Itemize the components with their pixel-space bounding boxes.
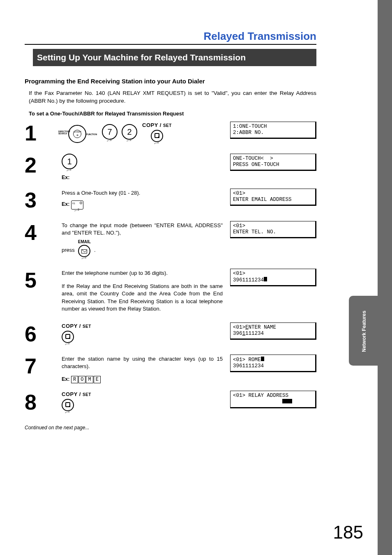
lcd-display: ONE-TOUCH< > PRESS ONE-TOUCH: [230, 154, 316, 171]
button-sequence: COPY / SET ⌐╜: [62, 391, 223, 415]
step-row: 1 DIRECTORYSEARCH START⊕ FUNCTION 7⌐╜ 2⌐…: [25, 122, 316, 146]
one-touch-key-01[interactable]: 01: [71, 200, 83, 210]
procedure-heading: To set a One-Touch/ABBR for Relayed Tran…: [29, 110, 316, 117]
press-icon: ⌐╜: [102, 138, 118, 144]
lcd-display: <01> 3961111234: [230, 269, 316, 286]
step-text: Enter the station name by using the char…: [62, 355, 223, 370]
section-tab-label: Network Features: [361, 300, 368, 362]
step-body: COPY / SET ⌐╜: [62, 391, 230, 415]
lcd-display: <01> RELAY ADDRESS: [230, 391, 316, 408]
char-key-E[interactable]: E: [94, 376, 101, 384]
page-content: Relayed Transmission Setting Up Your Mac…: [0, 0, 349, 448]
lcd-display: 1:ONE-TOUCH 2:ABBR NO.: [230, 122, 316, 139]
copy-set-label: COPY / SET: [62, 323, 91, 329]
function-label: FUNCTION: [86, 133, 97, 136]
button-sequence: COPY / SET ⌐╜: [62, 322, 223, 347]
step-body: Enter the station name by using the char…: [62, 355, 230, 383]
stop-icon: [65, 402, 70, 407]
side-border: [378, 0, 392, 555]
email-icon: [81, 249, 87, 253]
step-number: 6: [25, 322, 62, 345]
step-text: To change the input mode (between "ENTER…: [62, 222, 223, 237]
step-number: 2: [25, 154, 62, 176]
display-column: <01> ENTER EMAIL ADDRESS: [230, 189, 316, 207]
char-key-R[interactable]: R: [71, 376, 78, 384]
example-label: Ex:: [62, 174, 223, 182]
step-text: If the Relay and the End Receiving Stati…: [62, 283, 223, 313]
lcd-display: <01> ENTER EMAIL ADDRESS: [230, 189, 316, 206]
subsection-heading: Programming the End Receiving Station in…: [25, 77, 316, 85]
stop-icon: [65, 334, 70, 339]
section-heading-text: Setting Up Your Machine for Relayed Tran…: [33, 49, 316, 66]
step-body: 1⌐╜ Ex:: [62, 154, 230, 182]
page-title: Relayed Transmission: [25, 29, 316, 44]
intro-paragraph: If the Fax Parameter No. 140 (LAN RELAY …: [29, 90, 316, 105]
copy-set-label: COPY / SET: [62, 391, 91, 397]
step-number: 8: [25, 391, 62, 413]
display-column: <01> ENTER TEL. NO.: [230, 221, 316, 240]
start-button[interactable]: START⊕: [73, 130, 81, 138]
section-tab: Network Features: [349, 296, 378, 366]
display-column: <01> 3961111234: [230, 269, 316, 288]
step-body: COPY / SET ⌐╜: [62, 322, 230, 347]
lcd-display: <01> ENTER TEL. NO.: [230, 221, 316, 238]
example-label: Ex:: [62, 201, 69, 207]
section-heading: Setting Up Your Machine for Relayed Tran…: [25, 49, 316, 66]
press-icon: ⌐╜: [122, 138, 137, 144]
step-row: 8 COPY / SET ⌐╜ <01> RELAY ADDRESS: [25, 391, 316, 415]
press-icon: ⌐╜: [62, 341, 74, 347]
button-sequence: 1⌐╜: [62, 154, 223, 173]
step-number: 3: [25, 189, 62, 211]
step-number: 1: [25, 122, 62, 144]
step-number: 4: [25, 221, 62, 243]
step-row: 3 Press a One-Touch key (01 - 28).Ex: 01…: [25, 189, 316, 213]
step-body: Enter the telephone number (up to 36 dig…: [62, 269, 230, 315]
step-text: Press a One-Touch key (01 - 28).: [62, 189, 223, 197]
step-number: 7: [25, 355, 62, 377]
title-rule: [25, 44, 316, 45]
steps-list: 1 DIRECTORYSEARCH START⊕ FUNCTION 7⌐╜ 2⌐…: [25, 122, 316, 416]
step-row: 7 Enter the station name by using the ch…: [25, 355, 316, 383]
lcd-display: <01>ENTER NAME 3961111234: [230, 322, 316, 340]
display-column: <01> ROME 3961111234: [230, 355, 316, 374]
step-body: DIRECTORYSEARCH START⊕ FUNCTION 7⌐╜ 2⌐╜ …: [62, 122, 230, 146]
page-number: 185: [333, 520, 363, 545]
email-label: EMAIL: [78, 239, 91, 245]
display-column: <01>ENTER NAME 3961111234: [230, 322, 316, 341]
step-row: 2 1⌐╜ Ex: ONE-TOUCH< > PRESS ONE-TOUCH: [25, 154, 316, 182]
lcd-display: <01> ROME 3961111234: [230, 355, 316, 372]
step-row: 5 Enter the telephone number (up to 36 d…: [25, 269, 316, 315]
step-row: 6 COPY / SET ⌐╜ <01>ENTER NAME 396111123…: [25, 322, 316, 347]
step-row: 4 To change the input mode (between "ENT…: [25, 221, 316, 261]
step-body: To change the input mode (between "ENTER…: [62, 221, 230, 261]
press-icon: ⌐╜: [62, 168, 77, 173]
continued-note: Continued on the next page...: [25, 424, 316, 431]
copy-set-label: COPY / SET: [142, 122, 172, 128]
step-text: Enter the telephone number (up to 36 dig…: [62, 269, 223, 277]
display-column: <01> RELAY ADDRESS: [230, 391, 316, 410]
period: .: [94, 246, 96, 254]
press-icon: ⌐╜: [62, 410, 74, 415]
press-icon: ⌐╜: [151, 140, 163, 146]
display-column: ONE-TOUCH< > PRESS ONE-TOUCH: [230, 154, 316, 173]
char-key-O[interactable]: O: [78, 376, 85, 384]
char-key-M[interactable]: M: [86, 376, 93, 384]
step-number: 5: [25, 269, 62, 291]
stop-icon: [154, 133, 159, 138]
press-label: press: [62, 246, 75, 254]
keypad-2-button[interactable]: 2: [122, 124, 137, 140]
display-column: 1:ONE-TOUCH 2:ABBR NO.: [230, 122, 316, 140]
keypad-7-button[interactable]: 7: [102, 124, 118, 140]
press-icon: ⌐╜: [78, 256, 91, 261]
keypad-1-button[interactable]: 1: [62, 154, 77, 169]
navigation-dial[interactable]: DIRECTORYSEARCH START⊕ FUNCTION: [62, 122, 95, 146]
example-label: Ex:: [62, 376, 69, 382]
step-body: Press a One-Touch key (01 - 28).Ex: 01⌐╜: [62, 189, 230, 213]
button-sequence: DIRECTORYSEARCH START⊕ FUNCTION 7⌐╜ 2⌐╜ …: [62, 122, 223, 146]
